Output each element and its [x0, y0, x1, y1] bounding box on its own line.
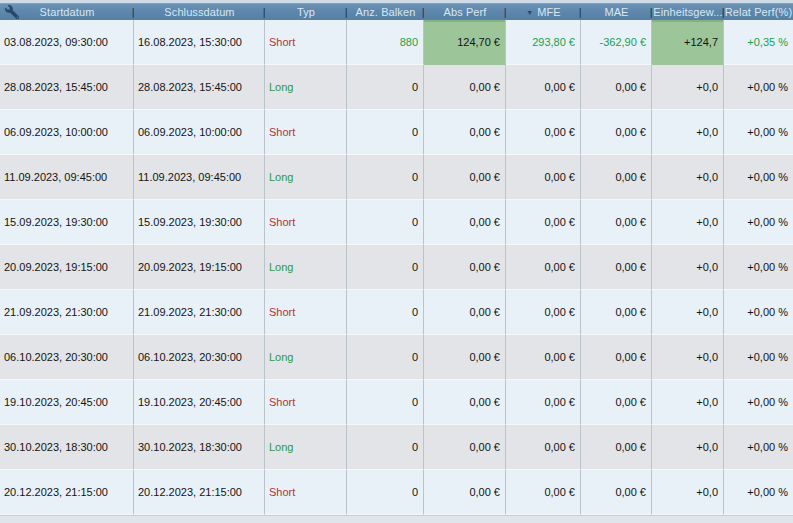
table-row[interactable]: 30.10.2023, 18:30:00 30.10.2023, 18:30:0…	[0, 425, 793, 470]
column-header-typ[interactable]: Typ |	[265, 4, 347, 20]
cell-mfe: 0,00 €	[506, 200, 581, 245]
column-header-abs-perf[interactable]: Abs Perf |	[424, 4, 506, 20]
column-header-einheitsgew[interactable]: Einheitsgew... |	[652, 4, 724, 20]
cell-typ: Long	[265, 425, 347, 470]
cell-mae: 0,00 €	[581, 470, 652, 515]
cell-anz-balken: 0	[347, 110, 424, 155]
cell-abs-perf: 0,00 €	[424, 335, 506, 380]
sort-descending-icon: ▼	[526, 9, 533, 16]
cell-typ: Long	[265, 245, 347, 290]
table-body: 03.08.2023, 09:30:00 16.08.2023, 15:30:0…	[0, 20, 793, 515]
table-row[interactable]: 20.12.2023, 21:15:00 20.12.2023, 21:15:0…	[0, 470, 793, 515]
cell-relat-perf: +0,00 %	[724, 245, 793, 290]
column-header-label: Typ	[297, 6, 315, 18]
table-row[interactable]: 15.09.2023, 19:30:00 15.09.2023, 19:30:0…	[0, 200, 793, 245]
cell-relat-perf: +0,00 %	[724, 380, 793, 425]
cell-mae: 0,00 €	[581, 200, 652, 245]
cell-relat-perf: +0,00 %	[724, 425, 793, 470]
cell-relat-perf: +0,00 %	[724, 200, 793, 245]
cell-typ: Short	[265, 20, 347, 65]
cell-anz-balken: 0	[347, 200, 424, 245]
column-header-schlussdatum[interactable]: Schlussdatum |	[134, 4, 265, 20]
cell-schlussdatum: 28.08.2023, 15:45:00	[134, 65, 265, 110]
cell-einheitsgew: +0,0	[652, 470, 724, 515]
cell-anz-balken: 0	[347, 245, 424, 290]
cell-mae: -362,90 €	[581, 20, 652, 65]
cell-typ: Short	[265, 200, 347, 245]
cell-relat-perf: +0,00 %	[724, 335, 793, 380]
table-row[interactable]: 21.09.2023, 21:30:00 21.09.2023, 21:30:0…	[0, 290, 793, 335]
cell-startdatum: 03.08.2023, 09:30:00	[0, 20, 134, 65]
cell-mae: 0,00 €	[581, 425, 652, 470]
cell-anz-balken: 0	[347, 290, 424, 335]
cell-anz-balken: 0	[347, 65, 424, 110]
cell-schlussdatum: 16.08.2023, 15:30:00	[134, 20, 265, 65]
cell-abs-perf: 0,00 €	[424, 155, 506, 200]
cell-abs-perf: 124,70 €	[424, 20, 506, 65]
cell-abs-perf: 0,00 €	[424, 425, 506, 470]
column-header-mfe[interactable]: ▼ MFE |	[506, 4, 581, 20]
cell-schlussdatum: 06.10.2023, 20:30:00	[134, 335, 265, 380]
cell-startdatum: 20.12.2023, 21:15:00	[0, 470, 134, 515]
cell-einheitsgew: +0,0	[652, 290, 724, 335]
cell-anz-balken: 0	[347, 335, 424, 380]
cell-typ: Short	[265, 380, 347, 425]
table-row[interactable]: 19.10.2023, 20:45:00 19.10.2023, 20:45:0…	[0, 380, 793, 425]
trade-list-window: Startdatum | Schlussdatum | Typ | Anz. B…	[0, 0, 793, 523]
cell-schlussdatum: 20.09.2023, 19:15:00	[134, 245, 265, 290]
cell-abs-perf: 0,00 €	[424, 245, 506, 290]
cell-relat-perf: +0,00 %	[724, 155, 793, 200]
table-row[interactable]: 06.10.2023, 20:30:00 06.10.2023, 20:30:0…	[0, 335, 793, 380]
cell-mfe: 0,00 €	[506, 110, 581, 155]
cell-relat-perf: +0,00 %	[724, 110, 793, 155]
column-header-label: Anz. Balken	[356, 6, 416, 18]
cell-mfe: 0,00 €	[506, 245, 581, 290]
cell-abs-perf: 0,00 €	[424, 290, 506, 335]
cell-typ: Short	[265, 470, 347, 515]
table-row[interactable]: 06.09.2023, 10:00:00 06.09.2023, 10:00:0…	[0, 110, 793, 155]
cell-typ: Long	[265, 65, 347, 110]
cell-mae: 0,00 €	[581, 110, 652, 155]
cell-abs-perf: 0,00 €	[424, 470, 506, 515]
column-header-label: Einheitsgew...	[653, 6, 722, 18]
cell-startdatum: 19.10.2023, 20:45:00	[0, 380, 134, 425]
cell-typ: Long	[265, 335, 347, 380]
wrench-icon[interactable]	[5, 5, 19, 19]
column-header-relat-perf[interactable]: Relat Perf(%)	[724, 4, 793, 20]
table-row[interactable]: 28.08.2023, 15:45:00 28.08.2023, 15:45:0…	[0, 65, 793, 110]
column-header-mae[interactable]: MAE |	[581, 4, 652, 20]
column-header-label: MAE	[604, 6, 628, 18]
cell-einheitsgew: +0,0	[652, 65, 724, 110]
cell-einheitsgew: +124,7	[652, 20, 724, 65]
cell-mae: 0,00 €	[581, 290, 652, 335]
cell-typ: Long	[265, 155, 347, 200]
cell-abs-perf: 0,00 €	[424, 200, 506, 245]
cell-startdatum: 15.09.2023, 19:30:00	[0, 200, 134, 245]
cell-mfe: 0,00 €	[506, 425, 581, 470]
cell-mfe: 0,00 €	[506, 65, 581, 110]
column-header-label: Abs Perf	[444, 6, 487, 18]
cell-mfe: 0,00 €	[506, 155, 581, 200]
column-header-anz-balken[interactable]: Anz. Balken |	[347, 4, 424, 20]
cell-einheitsgew: +0,0	[652, 335, 724, 380]
column-header-startdatum[interactable]: Startdatum |	[0, 4, 134, 20]
cell-einheitsgew: +0,0	[652, 110, 724, 155]
cell-schlussdatum: 06.09.2023, 10:00:00	[134, 110, 265, 155]
table-row[interactable]: 11.09.2023, 09:45:00 11.09.2023, 09:45:0…	[0, 155, 793, 200]
cell-einheitsgew: +0,0	[652, 155, 724, 200]
table-row[interactable]: 20.09.2023, 19:15:00 20.09.2023, 19:15:0…	[0, 245, 793, 290]
cell-anz-balken: 0	[347, 470, 424, 515]
cell-einheitsgew: +0,0	[652, 245, 724, 290]
cell-relat-perf: +0,00 %	[724, 290, 793, 335]
table-header: Startdatum | Schlussdatum | Typ | Anz. B…	[0, 3, 793, 20]
cell-mfe: 0,00 €	[506, 290, 581, 335]
cell-einheitsgew: +0,0	[652, 380, 724, 425]
column-header-label: Schlussdatum	[164, 6, 234, 18]
column-header-label: Relat Perf(%)	[725, 6, 792, 18]
table-row[interactable]: 03.08.2023, 09:30:00 16.08.2023, 15:30:0…	[0, 20, 793, 65]
cell-schlussdatum: 11.09.2023, 09:45:00	[134, 155, 265, 200]
cell-relat-perf: +0,00 %	[724, 65, 793, 110]
cell-mae: 0,00 €	[581, 380, 652, 425]
cell-typ: Short	[265, 110, 347, 155]
cell-startdatum: 21.09.2023, 21:30:00	[0, 290, 134, 335]
